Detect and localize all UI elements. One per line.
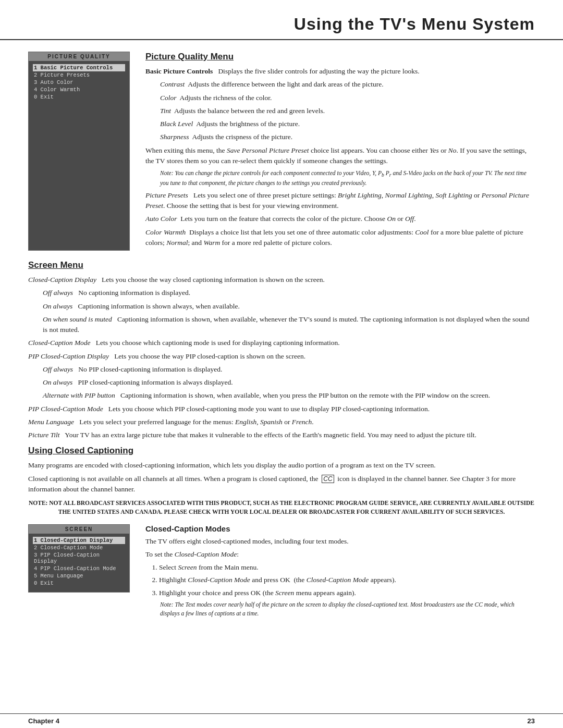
screen-cc-mode: Closed-Caption Mode Lets you choose whic… [28, 338, 535, 348]
term-alternate-pip: Alternate with PIP button [43, 391, 115, 399]
screen-picture-tilt: Picture Tilt Your TV has an extra large … [28, 430, 535, 440]
term-screen: Screen [178, 563, 197, 571]
screen-menu-box: SCREEN 1 Closed-Caption Display 2 Closed… [28, 524, 130, 593]
term-save-personal: Save Personal Picture Preset [227, 146, 309, 154]
screen-off-always: Off always No captioning information is … [43, 288, 535, 298]
page-footer: Chapter 4 23 [0, 713, 563, 728]
term-sharpness: Sharpness [160, 133, 189, 141]
cc-section: Using Closed Captioning Many programs ar… [28, 446, 535, 620]
term-pip-cc-mode: PIP Closed-Caption Mode [28, 405, 103, 413]
screen-menu-title: SCREEN [29, 525, 129, 534]
term-warm: Warm [203, 239, 220, 246]
term-basic-picture-controls: Basic Picture Controls [145, 67, 213, 75]
pq-menu-items: 1 Basic Picture Controls 2 Picture Prese… [29, 61, 129, 106]
pq-color-warmth: Color Warmth Displays a choice list that… [145, 227, 535, 249]
term-cc-mode-label: Closed-Caption Mode [175, 550, 237, 558]
cc-modes-content: Closed-Caption Modes The TV offers eight… [145, 524, 535, 621]
cc-note-uppercase: NOTE: NOT ALL BROADCAST SERVICES ASSOCIA… [28, 499, 535, 517]
pq-picture-presets: Picture Presets Lets you select one of t… [145, 190, 535, 212]
screen-menu-item-1: 1 Closed-Caption Display [33, 537, 125, 544]
term-auto-color: Auto Color [145, 215, 177, 223]
term-soft-lighting: Soft Lighting [436, 191, 472, 199]
term-bright-lighting: Bright Lighting [338, 191, 382, 199]
screen-on-when-muted: On when sound is muted Captioning inform… [43, 314, 535, 336]
screen-menu-item-3: 3 PIP Closed-Caption Display [33, 551, 125, 565]
pq-menu-item-1: 1 Basic Picture Controls [33, 64, 125, 71]
term-black-level: Black Level [160, 120, 193, 128]
pq-sharpness: Sharpness Adjusts the crispness of the p… [160, 132, 535, 142]
term-on-always: On always [43, 302, 72, 310]
term-cc-display: Closed-Caption Display [28, 276, 96, 283]
main-content: PICTURE QUALITY 1 Basic Picture Controls… [0, 52, 563, 620]
term-cool: Cool [415, 228, 429, 236]
pq-menu-item-3: 3 Auto Color [33, 79, 125, 86]
term-french: French [292, 418, 312, 426]
term-contrast: Contrast [160, 80, 185, 88]
screen-alternate-pip: Alternate with PIP button Captioning inf… [43, 390, 535, 401]
page-header: Using the TV's Menu System [0, 0, 563, 40]
screen-menu-item-2: 2 Closed-Caption Mode [33, 544, 125, 551]
cc-step-2: Highlight Closed-Caption Mode and press … [159, 575, 535, 585]
pq-basic-picture-controls: Basic Picture Controls Displays the five… [145, 66, 535, 77]
pq-black-level: Black Level Adjusts the brightness of th… [160, 119, 535, 129]
pq-menu-item-4: 4 Color Warmth [33, 86, 125, 93]
term-on-when-muted: On when sound is muted [43, 315, 112, 323]
cc-modes-intro: The TV offers eight closed-captioned mod… [145, 536, 535, 547]
term-picture-tilt: Picture Tilt [28, 431, 60, 439]
bottom-section: SCREEN 1 Closed-Caption Display 2 Closed… [28, 524, 535, 621]
term-no: No [448, 146, 457, 154]
cc-modes-steps: Select Screen from the Main menu. Highli… [159, 562, 535, 598]
cc-paragraph1: Many programs are encoded with closed-ca… [28, 460, 535, 471]
footer-chapter: Chapter 4 [28, 717, 59, 725]
pq-small-note: Note: You can change the picture control… [160, 169, 535, 188]
term-spanish: Spanish [260, 418, 283, 426]
pq-tint: Tint Adjusts the balance between the red… [160, 106, 535, 116]
term-pip-off-always: Off always [43, 365, 73, 373]
pq-color: Color Adjusts the richness of the color. [160, 93, 535, 103]
screen-pip-cc-display: PIP Closed-Caption Display Lets you choo… [28, 351, 535, 362]
term-pip-cc-display: PIP Closed-Caption Display [28, 352, 109, 360]
footer-page-number: 23 [528, 717, 535, 725]
page-title: Using the TV's Menu System [28, 15, 535, 34]
cc-modes-to-set: To set the Closed-Caption Mode: [145, 549, 535, 560]
cc-icon: CC [322, 475, 334, 483]
pq-contrast: Contrast Adjusts the difference between … [160, 79, 535, 90]
screen-menu-item-6: 0 Exit [33, 579, 125, 587]
screen-closed-caption-display: Closed-Caption Display Lets you choose t… [28, 275, 535, 285]
top-section: PICTURE QUALITY 1 Basic Picture Controls… [28, 52, 535, 251]
term-screen-menu: Screen [275, 589, 294, 597]
term-english: English [235, 418, 256, 426]
screen-on-always: On always Captioning information is show… [43, 301, 535, 312]
term-cc-mode: Closed-Caption Mode [28, 339, 91, 347]
pq-exiting-note: When exiting this menu, the Save Persona… [145, 145, 535, 167]
term-normal: Normal [166, 239, 188, 246]
cc-paragraph2: Closed captioning is not available on al… [28, 474, 535, 495]
screen-menu-items: 1 Closed-Caption Display 2 Closed-Captio… [29, 534, 129, 592]
term-tint: Tint [160, 107, 171, 115]
term-normal-lighting: Normal Lighting [385, 191, 432, 199]
cc-heading: Using Closed Captioning [28, 446, 535, 456]
screen-menu-item-5: 5 Menu Language [33, 572, 125, 579]
term-pip-on-always: On always [43, 378, 72, 386]
pq-menu-item-2: 2 Picture Presets [33, 71, 125, 79]
term-menu-language: Menu Language [28, 418, 74, 426]
cc-step-1: Select Screen from the Main menu. [159, 562, 535, 573]
pq-heading: Picture Quality Menu [145, 52, 535, 62]
pq-menu-title: PICTURE QUALITY [29, 52, 129, 61]
term-picture-presets: Picture Presets [145, 191, 188, 199]
screen-pip-off-always: Off always No PIP closed-captioning info… [43, 364, 535, 375]
pq-menu-item-5: 0 Exit [33, 93, 125, 101]
picture-quality-menu-box: PICTURE QUALITY 1 Basic Picture Controls… [28, 52, 130, 251]
pq-content: Picture Quality Menu Basic Picture Contr… [145, 52, 535, 251]
term-cc-mode-appears: Closed-Caption Mode [307, 576, 369, 584]
screen-pip-cc-mode: PIP Closed-Caption Mode Lets you choose … [28, 404, 535, 414]
pq-auto-color: Auto Color Lets you turn on the feature … [145, 214, 535, 224]
term-color-warmth: Color Warmth [145, 228, 186, 236]
screen-pip-on-always: On always PIP closed-captioning informat… [43, 377, 535, 388]
screen-heading: Screen Menu [28, 260, 535, 270]
cc-step-3: Highlight your choice and press OK (the … [159, 588, 535, 598]
screen-section: Screen Menu Closed-Caption Display Lets … [28, 260, 535, 440]
term-on: On [387, 215, 396, 223]
screen-menu-language: Menu Language Lets you select your prefe… [28, 417, 535, 427]
term-yes: Yes [430, 146, 439, 154]
